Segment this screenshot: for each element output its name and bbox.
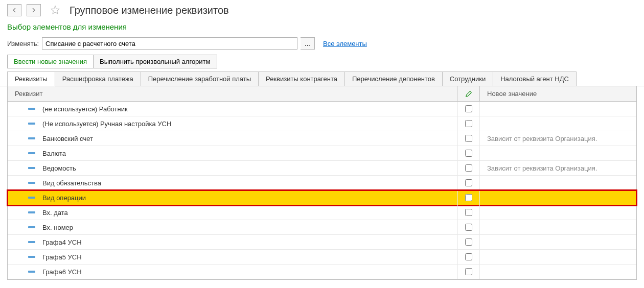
tab-0[interactable]: Реквизиты [7, 71, 55, 86]
row-checkbox[interactable] [465, 105, 472, 112]
favorite-star-icon[interactable] [50, 5, 60, 15]
row-marker-icon [28, 271, 35, 273]
row-value: Зависит от реквизита Организация. [480, 135, 636, 142]
row-checkbox[interactable] [465, 268, 472, 275]
change-label: Изменять: [7, 40, 39, 47]
tab-5[interactable]: Сотрудники [442, 71, 493, 86]
row-checkbox[interactable] [465, 194, 472, 201]
pencil-icon [465, 90, 472, 98]
row-checkbox[interactable] [465, 150, 472, 157]
table-row[interactable]: ВедомостьЗависит от реквизита Организаци… [8, 161, 636, 176]
tab-bar: РеквизитыРасшифровка платежаПеречисление… [0, 71, 644, 86]
row-marker-icon [28, 137, 35, 139]
tab-6[interactable]: Налоговый агент НДС [493, 71, 577, 86]
row-label: (Не используется) Ручная настройка УСН [42, 120, 171, 128]
row-label: Графа4 УСН [42, 238, 82, 246]
row-label: Банковский счет [42, 135, 93, 142]
table-row[interactable]: Вид обязательства [8, 176, 636, 190]
row-checkbox[interactable] [465, 238, 472, 246]
row-value: Зависит от реквизита Организация. [480, 164, 636, 172]
arrow-left-icon [12, 8, 17, 13]
row-marker-icon [28, 108, 35, 110]
column-requisite: Реквизит [8, 86, 457, 101]
nav-forward-button[interactable] [27, 4, 41, 16]
row-label: Валюта [42, 150, 66, 157]
change-target-input[interactable] [42, 37, 297, 50]
requisites-table: Реквизит Новое значение (не используется… [7, 86, 637, 280]
table-row[interactable]: Валюта [8, 146, 636, 161]
row-marker-icon [28, 226, 35, 228]
table-row[interactable]: Вх. дата [8, 205, 636, 220]
tab-2[interactable]: Перечисление заработной платы [141, 71, 259, 86]
table-row[interactable]: (не используется) Работник [8, 102, 636, 116]
row-label: Графа6 УСН [42, 268, 82, 276]
column-new-value: Новое значение [480, 86, 636, 101]
section-subtitle: Выбор элементов для изменения [0, 20, 644, 35]
row-checkbox[interactable] [465, 164, 472, 172]
row-checkbox[interactable] [465, 179, 472, 186]
tab-4[interactable]: Перечисление депонентов [344, 71, 443, 86]
table-row[interactable]: Графа6 УСН [8, 265, 636, 279]
row-marker-icon [28, 182, 35, 184]
mode-enter-values-button[interactable]: Ввести новые значения [7, 55, 93, 68]
row-label: (не используется) Работник [42, 105, 128, 113]
row-checkbox[interactable] [465, 253, 472, 260]
page-title: Групповое изменение реквизитов [70, 5, 229, 16]
all-elements-link[interactable]: Все элементы [323, 40, 367, 47]
row-marker-icon [28, 197, 35, 199]
row-label: Ведомость [42, 164, 76, 172]
row-marker-icon [28, 211, 35, 213]
table-row[interactable]: (Не используется) Ручная настройка УСН [8, 116, 636, 131]
table-row[interactable]: Графа5 УСН [8, 250, 636, 265]
table-row[interactable]: Вид операции [8, 190, 636, 205]
row-marker-icon [28, 256, 35, 258]
row-marker-icon [28, 123, 35, 125]
row-label: Вх. дата [42, 209, 68, 217]
table-header: Реквизит Новое значение [8, 86, 636, 102]
row-checkbox[interactable] [465, 224, 472, 231]
change-target-lookup-button[interactable]: ... [301, 37, 315, 50]
row-checkbox[interactable] [465, 135, 472, 142]
table-row[interactable]: Банковский счетЗависит от реквизита Орга… [8, 131, 636, 146]
table-row[interactable]: Графа4 УСН [8, 235, 636, 250]
row-checkbox[interactable] [465, 120, 472, 127]
tab-1[interactable]: Расшифровка платежа [55, 71, 141, 86]
row-checkbox[interactable] [465, 209, 472, 216]
row-label: Вид операции [42, 194, 86, 202]
row-marker-icon [28, 241, 35, 243]
table-row[interactable]: Вх. номер [8, 220, 636, 235]
row-label: Графа5 УСН [42, 253, 82, 261]
row-marker-icon [28, 152, 35, 154]
row-marker-icon [28, 167, 35, 169]
mode-run-algorithm-button[interactable]: Выполнить произвольный алгоритм [93, 55, 217, 68]
column-edit [457, 86, 480, 101]
nav-back-button[interactable] [7, 4, 21, 16]
row-label: Вх. номер [42, 224, 73, 231]
tab-3[interactable]: Реквизиты контрагента [258, 71, 345, 86]
row-label: Вид обязательства [42, 179, 101, 187]
arrow-right-icon [31, 8, 36, 13]
